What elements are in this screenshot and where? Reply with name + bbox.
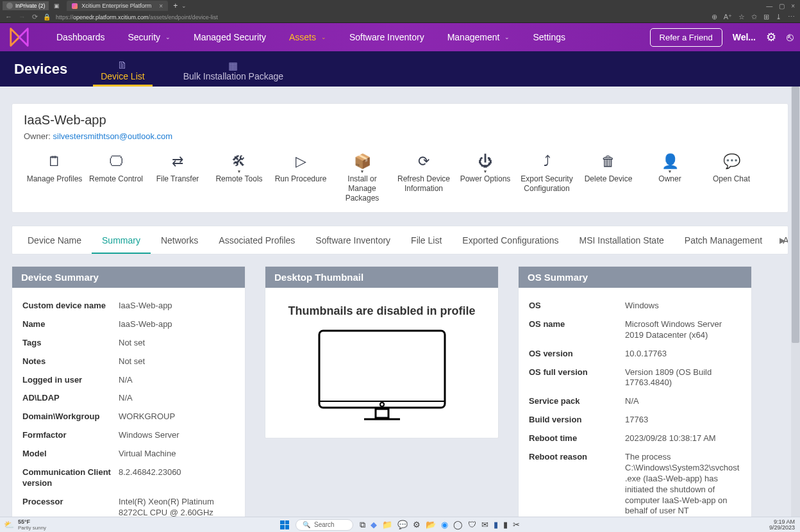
action-run-procedure[interactable]: ▷Run Procedure — [270, 151, 331, 204]
scrollbar-thumb[interactable] — [792, 87, 799, 343]
window-close-icon[interactable]: × — [791, 3, 795, 10]
app-icon[interactable]: ▮ — [503, 520, 508, 529]
tab-summary[interactable]: Summary — [92, 226, 151, 254]
tab-overview-icon[interactable]: ▣ — [49, 3, 64, 9]
action-export-security-configuration[interactable]: ⤴Export Security Configuration — [516, 151, 578, 204]
tab-software-inventory[interactable]: Software Inventory — [305, 226, 401, 254]
kv-key: AD\LDAP — [22, 393, 119, 404]
url-path: /assets/endpoint/device-list — [149, 14, 218, 21]
url-host: openedr.platform.xcitium.com — [73, 14, 149, 21]
kv-row: Reboot time2023/09/28 10:38:17 AM — [529, 429, 741, 448]
taskbar-weather[interactable]: ⛅ 55°F Partly sunny — [0, 519, 46, 531]
svg-point-2 — [380, 403, 384, 406]
action-file-transfer[interactable]: ⇄File Transfer — [147, 151, 208, 204]
action-refresh-device-information[interactable]: ⟳Refresh Device Information — [393, 151, 454, 204]
chevron-down-icon: ▼ — [483, 169, 488, 174]
panel-header: Desktop Thumbnail — [265, 267, 498, 288]
zoom-icon[interactable]: ⊕ — [712, 13, 717, 21]
window-minimize-icon[interactable]: — — [766, 3, 772, 10]
nav-refresh-icon[interactable]: ⟳ — [32, 13, 38, 21]
start-button[interactable] — [280, 520, 289, 529]
action-power-options[interactable]: ⏻▼Power Options — [454, 151, 516, 204]
kv-value: N/A — [119, 375, 235, 386]
folder-icon[interactable]: 📂 — [426, 520, 436, 529]
tab-menu-icon[interactable]: ⌄ — [181, 3, 187, 9]
taskbar-pinned: ⧉ ◆ 📁 💬 ⚙ 📂 ◉ ◯ 🛡 ✉ ▮ ▮ ✂ — [360, 520, 520, 530]
panel-body: Custom device nameIaaS-Web-appNameIaaS-W… — [12, 288, 245, 517]
tab-device-name[interactable]: Device Name — [17, 226, 92, 254]
mail-icon[interactable]: ✉ — [481, 520, 488, 529]
scrollbar-track[interactable] — [791, 87, 800, 517]
tab-close-icon[interactable]: × — [159, 3, 163, 10]
settings-app-icon[interactable]: ⚙ — [413, 520, 421, 529]
tab-msi-installation-state[interactable]: MSI Installation State — [569, 226, 674, 254]
browser-tab[interactable]: Xcitium Enterprise Platform × — [67, 1, 168, 11]
search-placeholder: Search — [314, 521, 335, 528]
new-tab-button[interactable]: + — [173, 1, 178, 10]
snip-icon[interactable]: ✂ — [513, 520, 520, 529]
action-owner[interactable]: 👤▼Owner — [639, 151, 701, 204]
nav-managed-security[interactable]: Managed Security — [182, 23, 278, 51]
word-icon[interactable]: ▮ — [494, 520, 498, 529]
action-install-or-manage-packages[interactable]: 📦▼Install or Manage Packages — [331, 151, 393, 204]
kv-key: Reboot time — [529, 433, 625, 444]
action-delete-device[interactable]: 🗑Delete Device — [578, 151, 639, 204]
action-remote-control[interactable]: 🖵Remote Control — [85, 151, 147, 204]
nav-dashboards[interactable]: Dashboards — [45, 23, 117, 51]
task-view-icon[interactable]: ⧉ — [360, 520, 365, 530]
kv-key: Build version — [529, 415, 625, 426]
window-restore-icon[interactable]: ▢ — [779, 3, 785, 10]
action-icon: 🗑 — [580, 153, 637, 170]
read-aloud-icon[interactable]: A⁺ — [724, 13, 732, 21]
kv-key: Model — [22, 449, 119, 460]
collections-icon[interactable]: ⊞ — [763, 13, 769, 21]
gear-icon[interactable]: ⚙ — [766, 30, 776, 44]
welcome-label[interactable]: Wel... — [733, 32, 756, 42]
kv-value: WORKGROUP — [119, 411, 235, 422]
taskbar-search[interactable]: 🔍 Search — [296, 519, 353, 531]
action-manage-profiles[interactable]: 🗒Manage Profiles — [24, 151, 85, 204]
logout-icon[interactable]: ⎋ — [787, 31, 794, 44]
site-lock-icon[interactable]: 🔒 — [43, 13, 51, 21]
tab-file-list[interactable]: File List — [401, 226, 452, 254]
url-field[interactable]: https://openedr.platform.xcitium.com/ass… — [56, 14, 218, 21]
tab-networks[interactable]: Networks — [151, 226, 208, 254]
action-open-chat[interactable]: 💬Open Chat — [701, 151, 762, 204]
nav-settings[interactable]: Settings — [521, 23, 577, 51]
nav-security[interactable]: Security⌄ — [117, 23, 183, 51]
browser-menu-icon[interactable]: ⋯ — [788, 13, 795, 21]
explorer-icon[interactable]: 📁 — [382, 520, 392, 529]
subtab-device-list[interactable]: 🗎 Device List — [81, 56, 163, 87]
nav-software-inventory[interactable]: Software Inventory — [338, 23, 436, 51]
edge-icon[interactable]: ◉ — [441, 520, 448, 529]
downloads-icon[interactable]: ⤓ — [776, 13, 781, 21]
refer-friend-button[interactable]: Refer a Friend — [650, 28, 722, 47]
package-icon: ▦ — [228, 60, 238, 71]
owner-email-link[interactable]: silvestersmithtson@outlook.com — [53, 131, 173, 141]
chat-icon[interactable]: 💬 — [397, 520, 408, 529]
url-scheme: https:// — [56, 14, 73, 21]
panel-header: OS Summary — [519, 267, 751, 288]
kv-key: OS version — [529, 349, 625, 360]
app-logo[interactable] — [6, 26, 32, 49]
app-icon[interactable]: ◆ — [371, 520, 377, 529]
tab-patch-management[interactable]: Patch Management — [674, 226, 772, 254]
weather-icon: ⛅ — [4, 520, 14, 529]
chrome-icon[interactable]: ◯ — [453, 520, 463, 529]
nav-back-icon[interactable]: ← — [5, 13, 12, 21]
tab-exported-configurations[interactable]: Exported Configurations — [452, 226, 569, 254]
kv-row: ModelVirtual Machine — [22, 445, 235, 463]
panel-body: OSWindowsOS nameMicrosoft Windows Server… — [519, 288, 751, 517]
tabs-scroll-right-icon[interactable]: ▶ — [779, 236, 785, 245]
system-tray[interactable]: 9:19 AM 9/29/2023 — [769, 519, 800, 531]
tab-associated-profiles[interactable]: Associated Profiles — [208, 226, 305, 254]
action-icon: 📦▼ — [334, 153, 390, 170]
favorites-bar-icon[interactable]: ✩ — [751, 13, 757, 21]
nav-management[interactable]: Management⌄ — [436, 23, 522, 51]
nav-assets[interactable]: Assets⌄ — [278, 23, 338, 51]
action-remote-tools[interactable]: 🛠▼Remote Tools — [208, 151, 270, 204]
favorite-icon[interactable]: ☆ — [738, 13, 745, 21]
security-icon[interactable]: 🛡 — [468, 520, 476, 529]
subtab-bulk-install[interactable]: ▦ Bulk Installation Package — [164, 56, 303, 87]
kv-row: TagsNot set — [22, 334, 235, 353]
